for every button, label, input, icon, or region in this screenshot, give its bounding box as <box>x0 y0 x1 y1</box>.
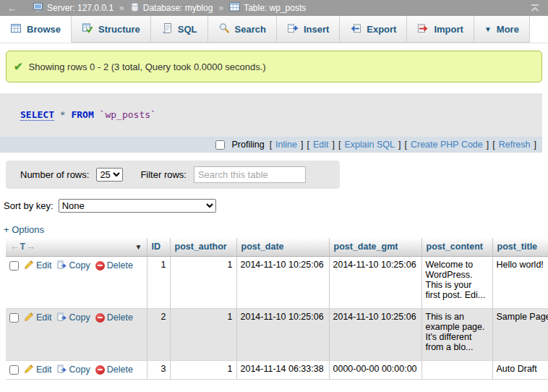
sort-by-key-select[interactable]: None <box>59 199 216 213</box>
cell-post-author: 1 <box>170 360 236 379</box>
sort-by-key-row: Sort by key: None <box>4 199 548 213</box>
cell-post-title: Hello world! <box>492 256 548 308</box>
row-delete-link[interactable]: Delete <box>95 312 133 323</box>
sql-icon <box>161 22 173 36</box>
cell-post-date: 2014-11-10 10:25:06 <box>236 256 329 308</box>
tab-more[interactable]: ▼ More <box>474 16 530 43</box>
filter-rows-input[interactable] <box>194 166 306 183</box>
row-select-checkbox[interactable] <box>9 261 19 270</box>
copy-label: Copy <box>69 312 90 323</box>
insert-icon <box>287 22 299 36</box>
cell-post-content: This is an example page. It's different … <box>421 308 492 360</box>
bracket: ] <box>333 140 335 150</box>
row-edit-link[interactable]: Edit <box>24 312 52 324</box>
copy-icon <box>57 260 67 272</box>
row-copy-link[interactable]: Copy <box>57 312 90 324</box>
sort-by-key-label: Sort by key: <box>4 200 53 211</box>
edit-label: Edit <box>36 260 52 270</box>
row-select-checkbox[interactable] <box>9 365 19 375</box>
row-delete-link[interactable]: Delete <box>95 260 133 270</box>
row-actions-cell: Edit Copy Delete <box>6 308 147 360</box>
database-icon <box>130 2 140 14</box>
transpose-icon[interactable]: ←T→ <box>10 242 36 252</box>
tab-export[interactable]: Export <box>340 16 407 43</box>
tab-browse[interactable]: Browse <box>0 16 72 43</box>
edit-label: Edit <box>36 312 52 323</box>
breadcrumb-table[interactable]: Table: wp_posts <box>229 2 306 14</box>
cell-id: 3 <box>147 360 170 379</box>
sort-dropdown-icon[interactable]: ▼ <box>135 243 142 251</box>
column-header-id[interactable]: ID <box>147 238 170 256</box>
tab-label: Browse <box>27 24 61 35</box>
export-icon <box>350 22 361 36</box>
row-edit-link[interactable]: Edit <box>24 260 52 272</box>
sql-footer-bar: Profiling [ Inline ] [ Edit ] [ Explain … <box>0 137 542 153</box>
table-row: Edit Copy Delete 1 1 2014-11-10 10:25:06… <box>6 256 548 308</box>
server-icon <box>33 2 43 14</box>
browse-icon <box>10 22 22 36</box>
tab-insert[interactable]: Insert <box>277 16 340 43</box>
cell-post-date-gmt: 2014-11-10 10:25:06 <box>329 256 421 308</box>
cell-post-title: Auto Draft <box>492 360 548 379</box>
delete-label: Delete <box>107 260 133 270</box>
nav-collapse-arrow-icon[interactable]: ← <box>7 2 17 14</box>
row-actions-cell: Edit Copy Delete <box>6 256 147 308</box>
profiling-checkbox[interactable] <box>215 140 225 150</box>
copy-label: Copy <box>69 365 90 375</box>
refresh-link[interactable]: Refresh <box>499 140 531 150</box>
table-row: Edit Copy Delete 3 1 2014-11-14 06:33:38… <box>6 360 548 379</box>
column-header-post-title[interactable]: post_title <box>492 238 548 256</box>
tab-label: Search <box>235 24 266 35</box>
edit-label: Edit <box>36 365 52 375</box>
column-header-post-date-gmt[interactable]: post_date_gmt <box>329 238 421 256</box>
bracket: [ <box>338 140 341 150</box>
bracket: ] <box>487 140 489 150</box>
column-header-post-date[interactable]: post_date <box>236 238 329 256</box>
explain-sql-link[interactable]: Explain SQL <box>344 140 394 150</box>
create-php-code-link[interactable]: Create PHP Code <box>411 140 483 150</box>
bracket: ] <box>534 140 536 150</box>
row-controls-panel: Number of rows: 25 Filter rows: <box>6 161 340 189</box>
table-row: Edit Copy Delete 2 1 2014-11-10 10:25:06… <box>6 308 548 360</box>
tab-structure[interactable]: Structure <box>72 16 151 43</box>
column-header-post-content[interactable]: post_content <box>421 238 492 256</box>
profiling-label[interactable]: Profiling <box>231 140 264 150</box>
success-check-icon: ✔ <box>14 60 23 73</box>
tab-label: SQL <box>178 24 197 35</box>
tab-sql[interactable]: SQL <box>151 16 208 43</box>
sql-query-panel: SELECT * FROM `wp_posts` Profiling [ Inl… <box>0 93 542 153</box>
row-copy-link[interactable]: Copy <box>57 364 90 376</box>
breadcrumb-database[interactable]: Database: myblog <box>130 2 213 14</box>
options-toggle-link[interactable]: + Options <box>4 224 44 235</box>
tab-label: Import <box>434 24 463 35</box>
edit-query-link[interactable]: Edit <box>313 140 329 150</box>
tab-label: More <box>497 24 519 35</box>
pencil-icon <box>24 312 34 324</box>
row-copy-link[interactable]: Copy <box>57 260 90 272</box>
delete-label: Delete <box>107 312 133 323</box>
sql-keyword-select[interactable]: SELECT <box>20 109 54 121</box>
scroll-to-top-icon[interactable] <box>529 3 541 13</box>
tab-label: Structure <box>98 24 140 35</box>
tab-search[interactable]: Search <box>208 16 277 43</box>
tab-import[interactable]: Import <box>407 16 474 43</box>
import-icon <box>417 22 429 36</box>
cell-post-date-gmt: 2014-11-10 10:25:06 <box>329 308 421 360</box>
search-icon <box>218 22 230 36</box>
row-edit-link[interactable]: Edit <box>24 364 52 376</box>
cell-post-content: Welcome to WordPress. This is your first… <box>421 256 492 308</box>
breadcrumb-server[interactable]: Server: 127.0.0.1 <box>33 2 114 14</box>
delete-label: Delete <box>107 365 133 375</box>
breadcrumb-database-label: Database: myblog <box>143 3 213 13</box>
inline-link[interactable]: Inline <box>275 140 297 150</box>
row-delete-link[interactable]: Delete <box>95 365 133 375</box>
copy-icon <box>57 312 67 324</box>
query-status-text: Showing rows 0 - 2 (3 total, Query took … <box>29 61 266 72</box>
column-header-post-author[interactable]: post_author <box>170 238 236 256</box>
breadcrumb-bar: ← Server: 127.0.0.1 » Database: myblog »… <box>0 0 548 16</box>
cell-post-date: 2014-11-14 06:33:38 <box>236 360 329 379</box>
row-select-checkbox[interactable] <box>9 313 19 323</box>
breadcrumb-server-label: Server: 127.0.0.1 <box>47 3 114 13</box>
breadcrumb-separator: » <box>119 3 124 13</box>
page-size-select[interactable]: 25 <box>96 168 123 182</box>
